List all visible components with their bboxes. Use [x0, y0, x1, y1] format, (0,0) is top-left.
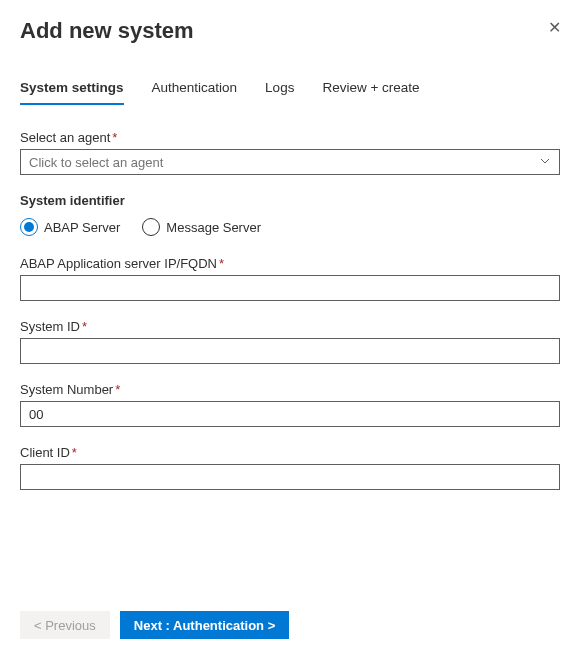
- select-agent-dropdown[interactable]: Click to select an agent: [20, 149, 560, 175]
- client-id-input[interactable]: [20, 464, 560, 490]
- radio-unchecked-icon: [142, 218, 160, 236]
- page-title: Add new system: [20, 18, 194, 44]
- system-number-input[interactable]: [20, 401, 560, 427]
- client-id-label: Client ID*: [20, 445, 565, 460]
- select-agent-placeholder: Click to select an agent: [29, 155, 163, 170]
- radio-checked-icon: [20, 218, 38, 236]
- abap-server-label: ABAP Application server IP/FQDN*: [20, 256, 565, 271]
- abap-server-input[interactable]: [20, 275, 560, 301]
- close-icon[interactable]: ✕: [544, 18, 565, 38]
- select-agent-label: Select an agent*: [20, 130, 565, 145]
- radio-abap-server-label: ABAP Server: [44, 220, 120, 235]
- radio-message-server-label: Message Server: [166, 220, 261, 235]
- tab-logs[interactable]: Logs: [265, 74, 294, 105]
- tab-review-create[interactable]: Review + create: [322, 74, 419, 105]
- chevron-down-icon: [539, 155, 551, 170]
- system-id-label: System ID*: [20, 319, 565, 334]
- previous-button: < Previous: [20, 611, 110, 639]
- system-number-label: System Number*: [20, 382, 565, 397]
- tab-system-settings[interactable]: System settings: [20, 74, 124, 105]
- radio-message-server[interactable]: Message Server: [142, 218, 261, 236]
- tab-authentication[interactable]: Authentication: [152, 74, 238, 105]
- radio-abap-server[interactable]: ABAP Server: [20, 218, 120, 236]
- system-id-input[interactable]: [20, 338, 560, 364]
- next-button[interactable]: Next : Authentication >: [120, 611, 289, 639]
- tab-bar: System settings Authentication Logs Revi…: [20, 74, 565, 106]
- system-identifier-label: System identifier: [20, 193, 565, 208]
